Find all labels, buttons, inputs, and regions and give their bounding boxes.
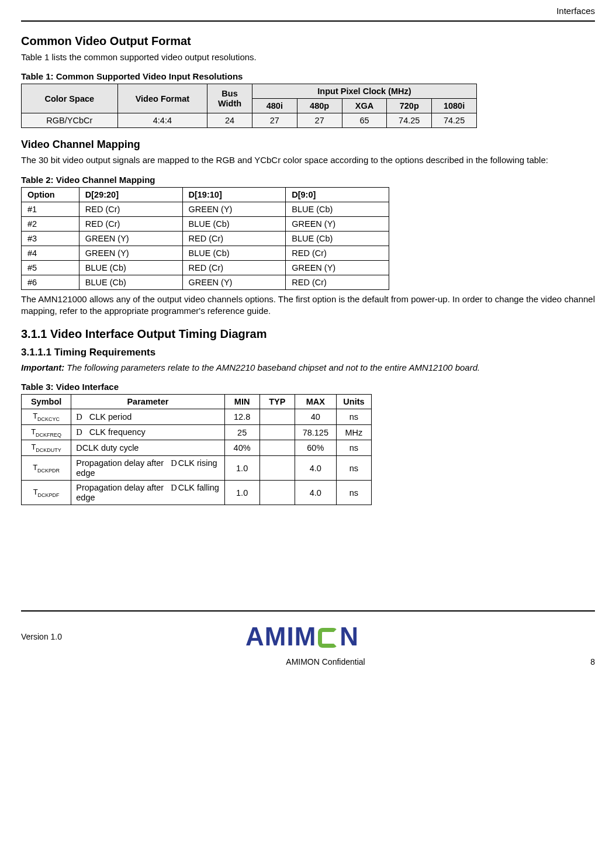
table-row: TDCKPDFPropagation delay after DCLK fall… [22, 481, 372, 505]
t2-cell: #5 [22, 260, 79, 275]
t2-cell: #4 [22, 246, 79, 260]
t3-symbol: TDCKFREQ [22, 424, 71, 440]
t3-cell: MHz [336, 424, 371, 440]
t3-cell [259, 481, 295, 505]
t3-cell [259, 409, 295, 425]
t2-cell: #2 [22, 216, 79, 231]
t2-cell: BLUE (Cb) [182, 246, 286, 260]
t3-cell: 1.0 [224, 481, 259, 505]
t1-cell: RGB/YCbCr [22, 113, 118, 128]
t2-cell: GREEN (Y) [79, 246, 182, 260]
table3-caption: Table 3: Video Interface [21, 382, 595, 392]
table-row: TDCKFREQDCLK frequency2578.125MHz [22, 424, 372, 440]
t2-cell: BLUE (Cb) [182, 216, 286, 231]
t1-col-buswidth: Bus Width [207, 84, 252, 113]
t3-cell: 4.0 [295, 456, 336, 481]
t2-cell: #3 [22, 231, 79, 246]
table1: Color Space Video Format Bus Width Input… [21, 84, 477, 128]
outro-text-2: The AMN121000 allows any of the output v… [21, 293, 595, 317]
t3-param: Propagation delay after DCLK falling edg… [71, 481, 224, 505]
t2-cell: #1 [22, 202, 79, 216]
t1-col-videoformat: Video Format [117, 84, 207, 113]
t1-col-colorspace: Color Space [22, 84, 118, 113]
table2-caption: Table 2: Video Channel Mapping [21, 175, 595, 185]
t1-col-clockgroup: Input Pixel Clock (MHz) [252, 84, 476, 99]
t3-cell: 40 [295, 409, 336, 425]
important-text: The following parameters relate to the A… [64, 362, 480, 372]
t2-cell: RED (Cr) [286, 275, 389, 289]
table1-caption: Table 1: Common Supported Video Input Re… [21, 71, 595, 81]
t1-col-720p: 720p [387, 99, 432, 113]
intro-text-1: Table 1 lists the common supported video… [21, 51, 595, 63]
t2-col-d9: D[9:0] [286, 187, 389, 202]
t2-cell: RED (Cr) [79, 202, 182, 216]
t3-col-symbol: Symbol [22, 395, 71, 409]
t3-cell [259, 440, 295, 456]
t2-cell: GREEN (Y) [286, 216, 389, 231]
logo-o-icon [318, 628, 338, 648]
t1-col-480p: 480p [297, 99, 342, 113]
t1-cell: 65 [342, 113, 387, 128]
heading-common-video-output: Common Video Output Format [21, 34, 595, 48]
t3-cell: ns [336, 481, 371, 505]
t2-cell: GREEN (Y) [182, 275, 286, 289]
t3-param: DCLK frequency [71, 424, 224, 440]
logo-text-a: AMIM [245, 622, 316, 651]
t1-cell: 74.25 [432, 113, 477, 128]
table-row: #1RED (Cr)GREEN (Y)BLUE (Cb) [22, 202, 389, 216]
heading-video-channel-mapping: Video Channel Mapping [21, 139, 595, 151]
important-note: Important: The following parameters rela… [21, 362, 595, 374]
t1-col-1080i: 1080i [432, 99, 477, 113]
heading-3111: 3.1.1.1 Timing Requirements [21, 347, 595, 358]
table-row: #2RED (Cr)BLUE (Cb)GREEN (Y) [22, 216, 389, 231]
heading-311: 3.1.1 Video Interface Output Timing Diag… [21, 327, 595, 341]
t3-symbol: TDCKPDF [22, 481, 71, 505]
header-section: Interfaces [21, 6, 595, 16]
t2-cell: RED (Cr) [182, 260, 286, 275]
t3-col-units: Units [336, 395, 371, 409]
version-label: Version 1.0 [21, 632, 62, 641]
t2-cell: BLUE (Cb) [79, 275, 182, 289]
table-row: TDCKPDRPropagation delay after DCLK risi… [22, 456, 372, 481]
logo-text-b: N [340, 622, 359, 651]
t3-symbol: TDCKPDR [22, 456, 71, 481]
page-number: 8 [577, 657, 595, 666]
t1-cell: 24 [207, 113, 252, 128]
t2-col-d29: D[29:20] [79, 187, 182, 202]
t3-symbol: TDCKCYC [22, 409, 71, 425]
t3-col-typ: TYP [259, 395, 295, 409]
table-row: #5BLUE (Cb)RED (Cr)GREEN (Y) [22, 260, 389, 275]
t1-col-480i: 480i [252, 99, 297, 113]
t3-cell: ns [336, 440, 371, 456]
table2: Option D[29:20] D[19:10] D[9:0] #1RED (C… [21, 187, 389, 290]
table-row: TDCKCYCDCLK period12.840ns [22, 409, 372, 425]
t2-col-option: Option [22, 187, 79, 202]
t2-cell: RED (Cr) [79, 216, 182, 231]
t1-cell: 27 [297, 113, 342, 128]
t2-col-d19: D[19:10] [182, 187, 286, 202]
t2-cell: GREEN (Y) [286, 260, 389, 275]
t2-cell: BLUE (Cb) [79, 260, 182, 275]
t3-col-param: Parameter [71, 395, 224, 409]
header-rule [21, 20, 595, 22]
t3-col-min: MIN [224, 395, 259, 409]
footer-rule [21, 610, 595, 612]
table-row: #6BLUE (Cb)GREEN (Y)RED (Cr) [22, 275, 389, 289]
t3-cell: 12.8 [224, 409, 259, 425]
intro-text-2: The 30 bit video output signals are mapp… [21, 154, 595, 166]
t2-cell: GREEN (Y) [79, 231, 182, 246]
t3-param: Propagation delay after DCLK rising edge [71, 456, 224, 481]
t3-cell: 60% [295, 440, 336, 456]
t3-symbol: TDCKDUTY [22, 440, 71, 456]
t3-cell: 4.0 [295, 481, 336, 505]
t1-cell: 4:4:4 [117, 113, 207, 128]
table-row: TDCKDUTYDCLK duty cycle40%60%ns [22, 440, 372, 456]
t3-cell [259, 456, 295, 481]
t2-cell: RED (Cr) [286, 246, 389, 260]
table3: Symbol Parameter MIN TYP MAX Units TDCKC… [21, 394, 372, 505]
t3-cell [259, 424, 295, 440]
t3-cell: ns [336, 409, 371, 425]
t2-cell: #6 [22, 275, 79, 289]
t3-cell: 78.125 [295, 424, 336, 440]
amimon-logo: AMIM N [245, 622, 359, 651]
